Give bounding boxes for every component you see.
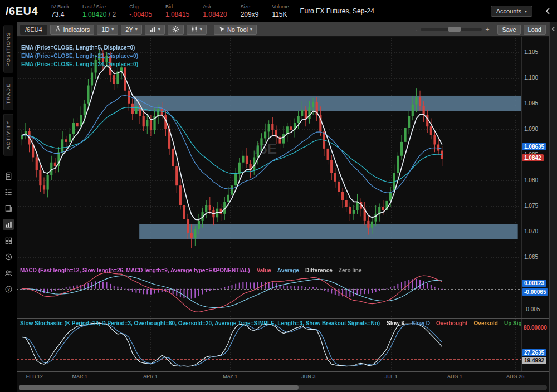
timeframe-dropdown[interactable]: 1D ▾ xyxy=(97,24,118,35)
accounts-button[interactable]: Accounts ▾ xyxy=(491,6,532,17)
grid-icon[interactable] xyxy=(3,235,14,246)
settings-button[interactable] xyxy=(168,24,184,35)
zoom-out-button[interactable]: - xyxy=(415,26,417,33)
ema-legend: EMA (Price=CLOSE, Length=5, Displace=0)E… xyxy=(21,45,138,70)
chart-icon[interactable] xyxy=(3,219,14,230)
main-column: /6EU4 Indicators 1D ▾ 2Y ▾ ▾ xyxy=(17,22,549,392)
pages-icon[interactable] xyxy=(3,203,14,214)
flask-icon xyxy=(55,26,61,33)
stat-value: 1.08415 xyxy=(165,11,189,18)
macd-axis-label: -0.005 xyxy=(524,306,540,312)
list-icon[interactable] xyxy=(3,187,14,198)
svg-text:?: ? xyxy=(7,287,10,292)
sidebar-tab-activity[interactable]: ACTIVITY xyxy=(3,114,13,156)
price-chart-canvas[interactable] xyxy=(17,37,521,265)
stochastic-axis[interactable]: 27.263519.499280.00000 xyxy=(521,319,549,371)
left-sidebar: POSITIONSTRADEACTIVITY xyxy=(0,22,17,392)
stat-label: Volume xyxy=(272,4,289,9)
accounts-label: Accounts xyxy=(496,8,521,14)
legend-item: Slow K xyxy=(387,320,405,326)
axis-badge: 27.2635 xyxy=(522,349,546,356)
app-body: POSITIONSTRADEACTIVITY xyxy=(0,22,557,392)
price-axis-label: 1.065 xyxy=(524,254,538,260)
legend-item: Oversold xyxy=(474,320,498,326)
zoom-slider-thumb[interactable] xyxy=(448,27,461,32)
price-badge: 1.0842 xyxy=(522,154,544,161)
load-button[interactable]: Load xyxy=(524,24,546,35)
zoom-in-button[interactable]: + xyxy=(485,26,489,33)
price-axis-label: 1.080 xyxy=(524,177,538,183)
stochastic-canvas[interactable] xyxy=(17,319,521,371)
header-stat: Bid1.08415 xyxy=(165,4,189,18)
history-icon[interactable] xyxy=(3,251,14,262)
help-icon[interactable]: ? xyxy=(3,283,14,295)
range-dropdown[interactable]: 2Y ▾ xyxy=(121,24,141,35)
panel-divider[interactable] xyxy=(17,318,549,318)
sidebar-tab-positions[interactable]: POSITIONS xyxy=(3,26,13,73)
stat-label: Size xyxy=(241,4,259,9)
price-axis-label: 1.090 xyxy=(524,126,538,132)
header-stat: Ask1.08420 xyxy=(203,4,227,18)
macd-canvas[interactable] xyxy=(17,266,521,318)
save-button[interactable]: Save xyxy=(497,24,520,35)
pattern-dropdown[interactable]: ▾ xyxy=(187,24,207,35)
overbought-level-label: 80.00000 xyxy=(524,325,547,331)
panel-divider[interactable] xyxy=(17,266,549,266)
ema-legend-row: EMA (Price=CLOSE, Length=21, Displace=0) xyxy=(21,53,138,61)
legend-item: Average xyxy=(277,267,299,273)
sidebar-icons: ? xyxy=(3,170,14,295)
legend-item: Difference xyxy=(305,267,333,273)
macd-panel: MACD (Fast length=12, Slow length=26, MA… xyxy=(17,266,521,318)
stat-label: Last / Size xyxy=(82,4,116,9)
price-badge: 1.08635 xyxy=(522,143,546,150)
time-axis-label: MAY 1 xyxy=(223,374,237,379)
chevron-down-icon: ▾ xyxy=(200,27,202,32)
zoom-slider[interactable] xyxy=(421,28,482,31)
document-icon[interactable] xyxy=(3,170,14,182)
price-axis-label: 1.095 xyxy=(524,100,538,106)
collapse-panel-icon[interactable] xyxy=(545,7,551,15)
macd-legend-items: ValueAverageDifferenceZero line xyxy=(257,267,368,273)
range-value: 2Y xyxy=(125,26,133,33)
scrollbar-thumb[interactable] xyxy=(19,385,299,390)
stat-label: IV Rank xyxy=(51,4,69,9)
time-axis[interactable]: FEB 12MAR 1APR 1MAY 1JUN 3JUL 1AUG 1AUG … xyxy=(17,373,549,383)
stoch-legend-items: Slow KSlow DOverboughtOversoldUp SignalD… xyxy=(387,320,521,326)
macd-axis[interactable]: -0.005 0.00123-0.00065 xyxy=(521,266,549,318)
chevron-down-icon: ▾ xyxy=(525,9,527,14)
time-axis-label: JUN 3 xyxy=(301,374,315,379)
indicators-button[interactable]: Indicators xyxy=(50,24,95,35)
price-axis[interactable]: 1.1051.1001.0951.0901.0851.0801.0751.070… xyxy=(521,37,549,265)
axis-badge: 19.4992 xyxy=(522,357,546,364)
legend-item: Overbought xyxy=(436,320,468,326)
legend-item: Value xyxy=(257,267,271,273)
ema-legend-row: EMA (Price=CLOSE, Length=34, Displace=0) xyxy=(21,61,138,70)
sidebar-tab-trade[interactable]: TRADE xyxy=(3,77,13,110)
cursor-icon xyxy=(218,26,225,33)
users-icon[interactable] xyxy=(3,267,14,278)
chart-scrollbar[interactable] xyxy=(19,385,547,390)
chart-type-dropdown[interactable]: ▾ xyxy=(145,24,165,35)
legend-item: Slow D xyxy=(412,320,430,326)
stat-value: 73.4 xyxy=(51,11,69,18)
header-stat: Chg-.00405 xyxy=(129,4,152,18)
bar-chart-icon xyxy=(149,26,156,33)
legend-item: Up Signal xyxy=(504,320,521,326)
chevron-down-icon: ▾ xyxy=(158,27,160,32)
toolbar-symbol-tab[interactable]: /6EU4 xyxy=(20,24,47,35)
ema-legend-row: EMA (Price=CLOSE, Length=5, Displace=0) xyxy=(21,45,138,53)
expand-panel-icon[interactable] xyxy=(550,26,556,32)
axis-badge: -0.00065 xyxy=(522,288,548,296)
chevron-down-icon: ▾ xyxy=(250,27,252,32)
contract-name: Euro FX Futures, Sep-24 xyxy=(300,7,374,15)
tool-dropdown[interactable]: No Tool ▾ xyxy=(214,24,257,35)
legend-item: Zero line xyxy=(339,267,362,273)
indicators-label: Indicators xyxy=(63,26,90,33)
candlestick-icon xyxy=(191,26,198,33)
macd-legend: MACD (Fast length=12, Slow length=26, MA… xyxy=(20,267,521,273)
header-stat: Size209x9 xyxy=(241,4,259,18)
gear-icon xyxy=(172,26,179,33)
header-stat: Last / Size1.08420 / 2 xyxy=(82,4,116,18)
top-header: /6EU4 IV Rank73.4Last / Size1.08420 / 2C… xyxy=(0,0,557,22)
price-axis-label: 1.105 xyxy=(524,49,538,55)
